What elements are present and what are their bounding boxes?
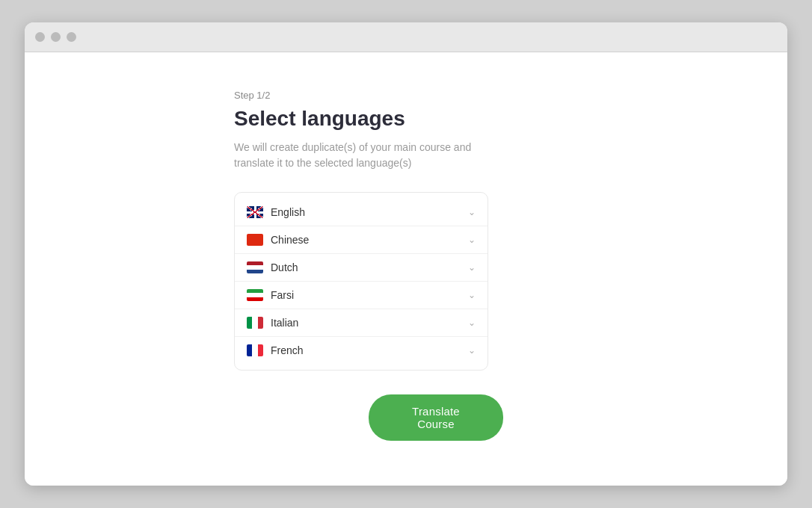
traffic-light-maximize[interactable] [67,32,76,42]
chevron-down-icon-en: ⌄ [468,207,476,217]
languages-scroll[interactable]: English ⌄ Chinese ⌄ [235,193,487,370]
flag-icon-fr [247,344,263,356]
traffic-light-close[interactable] [35,32,45,42]
language-left-it: Italian [247,317,298,329]
language-name-zh: Chinese [271,234,309,246]
chevron-down-icon-it: ⌄ [468,318,476,328]
language-left-fa: Farsi [247,289,294,301]
language-left-en: English [247,206,305,218]
language-name-it: Italian [271,317,298,329]
page-title: Select languages [234,107,405,131]
browser-content: Step 1/2 Select languages We will create… [25,52,787,486]
browser-window: Step 1/2 Select languages We will create… [25,22,787,486]
language-left-nl: Dutch [247,261,298,273]
language-item-en[interactable]: English ⌄ [235,199,487,226]
flag-icon-zh [247,234,263,246]
language-item-fa[interactable]: Farsi ⌄ [235,282,487,309]
traffic-light-minimize[interactable] [51,32,61,42]
chevron-down-icon-fr: ⌄ [468,345,476,356]
language-left-fr: French [247,344,304,356]
page-description: We will create duplicate(s) of your main… [234,140,473,171]
flag-icon-fa [247,289,263,301]
browser-titlebar [25,22,787,52]
chevron-down-icon-fa: ⌄ [468,290,476,300]
language-name-en: English [271,206,305,218]
language-item-fr[interactable]: French ⌄ [235,337,487,364]
chevron-down-icon-zh: ⌄ [468,235,476,245]
flag-icon-en [247,206,263,218]
page-container: Step 1/2 Select languages We will create… [234,90,578,441]
language-name-nl: Dutch [271,261,298,273]
flag-icon-it [247,317,263,329]
step-label: Step 1/2 [234,90,270,101]
language-item-it[interactable]: Italian ⌄ [235,309,487,337]
languages-panel: English ⌄ Chinese ⌄ [234,192,488,371]
language-left-zh: Chinese [247,234,309,246]
language-item-nl[interactable]: Dutch ⌄ [235,254,487,282]
flag-icon-nl [247,261,263,273]
language-item-zh[interactable]: Chinese ⌄ [235,226,487,254]
translate-course-button[interactable]: Translate Course [369,394,503,441]
language-name-fr: French [271,344,304,356]
flag-uk-cross [247,206,263,218]
chevron-down-icon-nl: ⌄ [468,262,476,273]
language-name-fa: Farsi [271,289,294,301]
